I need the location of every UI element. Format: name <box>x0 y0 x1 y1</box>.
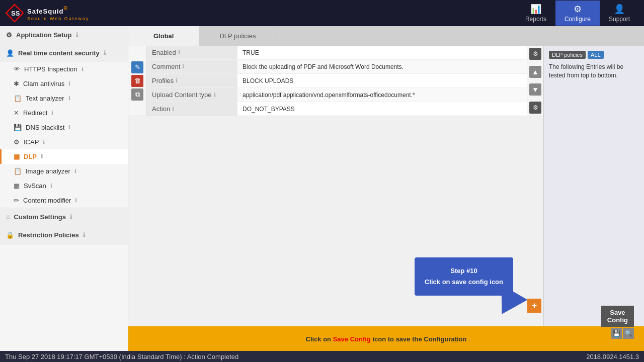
icap-label: ICAP <box>24 138 39 146</box>
row-right-controls: ⚙ ▲ ▼ ⚙ <box>527 46 543 116</box>
move-down-button[interactable]: ▼ <box>529 83 541 96</box>
sidebar-item-svscan[interactable]: ▦ SvScan ℹ <box>0 178 128 193</box>
sidebar-item-image-analyzer[interactable]: 📋 Image analyzer ℹ <box>0 164 128 178</box>
search-icon-button[interactable]: 🔍 <box>623 328 634 339</box>
step-tooltip: Step #10 Click on save config icon <box>415 257 513 296</box>
upload-info-icon: ℹ <box>214 92 216 98</box>
policy-area: ✎ 🗑 ⧉ Enabled ℹ TRUE <box>128 46 644 351</box>
restriction-info-icon: ℹ <box>83 232 85 238</box>
move-up-button[interactable]: ▲ <box>529 66 541 78</box>
header-nav: 📊 Reports ⚙ Configure 👤 Support <box>516 1 639 26</box>
sidebar-item-https[interactable]: 👁 HTTPS Inspection ℹ <box>0 62 128 76</box>
delete-row-button[interactable]: 🗑 <box>131 75 143 87</box>
image-analyzer-icon: 📋 <box>14 167 22 175</box>
all-badge: ALL <box>588 51 604 59</box>
dlp-label: DLP <box>24 153 37 160</box>
image-analyzer-info-icon: ℹ <box>74 168 76 174</box>
field-profiles-value: BLOCK UPLOADS <box>237 74 527 87</box>
dlp-icon: ▦ <box>14 153 20 160</box>
icap-icon: ⚙ <box>14 138 20 146</box>
app-setup-label: Application Setup <box>16 31 72 39</box>
sidebar-item-restriction-policies[interactable]: 🔒 Restriction Policies ℹ <box>0 226 128 244</box>
save-config-line2: Config <box>607 316 628 324</box>
sidebar-item-text-analyzer[interactable]: 📋 Text analyzer ℹ <box>0 91 128 106</box>
sidebar-item-dns-blacklist[interactable]: 💾 DNS blacklist ℹ <box>0 120 128 135</box>
sidebar-item-icap[interactable]: ⚙ ICAP ℹ <box>0 135 128 149</box>
text-analyzer-icon: 📋 <box>14 95 22 102</box>
sidebar-item-realtime-header[interactable]: 👤 Real time content security ℹ <box>0 44 128 62</box>
content-modifier-label: Content modifier <box>23 197 71 204</box>
sidebar-item-clam[interactable]: ✱ Clam antivirus ℹ <box>0 76 128 91</box>
reports-icon: 📊 <box>530 4 541 15</box>
svscan-info-icon: ℹ <box>50 183 52 189</box>
https-info-icon: ℹ <box>82 66 84 72</box>
sidebar-item-custom-settings[interactable]: ≡ Custom Settings ℹ <box>0 208 128 226</box>
restriction-icon: 🔒 <box>6 231 14 239</box>
custom-label: Custom Settings <box>14 213 66 221</box>
sidebar-section-realtime: 👤 Real time content security ℹ 👁 HTTPS I… <box>0 44 128 208</box>
panel-description: The following Entries will be tested fro… <box>549 63 639 80</box>
status-bar: Thu Sep 27 2018 19:17:17 GMT+0530 (India… <box>0 351 644 362</box>
app-setup-info-icon: ℹ <box>76 32 78 38</box>
enabled-info-icon: ℹ <box>178 49 180 56</box>
sidebar-item-dlp[interactable]: ▦ DLP ℹ <box>0 149 128 164</box>
field-profiles-label: Profiles ℹ <box>147 74 237 87</box>
save-config-tooltip-box: Save Config <box>601 306 634 327</box>
step-title: Step #10 <box>425 265 503 277</box>
svscan-label: SvScan <box>24 182 46 190</box>
settings-top-button[interactable]: ⚙ <box>529 48 541 60</box>
dlp-panel-header: DLP policies ALL The following Entries w… <box>549 51 639 80</box>
sidebar-item-content-modifier[interactable]: ✏ Content modifier ℹ <box>0 193 128 208</box>
save-config-banner: Click on Save Config icon to save the Co… <box>128 326 644 351</box>
status-right: 2018.0924.1451.3 <box>586 353 639 360</box>
redirect-info-icon: ℹ <box>51 110 53 116</box>
clam-label: Clam antivirus <box>23 80 64 87</box>
policy-entry-row: ✎ 🗑 ⧉ Enabled ℹ TRUE <box>128 46 543 116</box>
tabs-bar: Global DLP policies <box>128 26 644 46</box>
realtime-label: Real time content security <box>18 49 100 57</box>
dlp-panel-badge: DLP policies <box>549 51 586 59</box>
comment-info-icon: ℹ <box>182 63 184 70</box>
field-action: Action ℹ DO_NOT_BYPASS <box>147 102 527 116</box>
reports-label: Reports <box>525 16 546 23</box>
field-comment-label: Comment ℹ <box>147 60 237 73</box>
settings-bottom-button[interactable]: ⚙ <box>529 102 541 114</box>
svg-text:SS: SS <box>11 10 20 17</box>
content-modifier-icon: ✏ <box>14 197 19 204</box>
empty-area <box>128 116 543 267</box>
nav-configure[interactable]: ⚙ Configure <box>555 1 600 26</box>
https-label: HTTPS Inspection <box>24 65 77 73</box>
right-info-panel: DLP policies ALL The following Entries w… <box>543 46 644 351</box>
app-setup-icon: ⚙ <box>6 31 12 39</box>
https-icon: 👁 <box>14 65 20 73</box>
policy-table: ✎ 🗑 ⧉ Enabled ℹ TRUE <box>128 46 543 351</box>
banner-highlight: Save Config <box>333 335 371 343</box>
policy-fields: Enabled ℹ TRUE Comment ℹ Block the uploa… <box>147 46 527 116</box>
nav-reports[interactable]: 📊 Reports <box>516 1 555 26</box>
nav-support[interactable]: 👤 Support <box>600 1 639 26</box>
save-icon-button[interactable]: 💾 <box>611 328 622 339</box>
field-upload-value: application/pdf application/vnd.openxmlf… <box>237 88 527 102</box>
sidebar-item-redirect[interactable]: ✕ Redirect ℹ <box>0 106 128 120</box>
field-profiles: Profiles ℹ BLOCK UPLOADS <box>147 74 527 88</box>
sidebar-item-app-setup[interactable]: ⚙ Application Setup ℹ <box>0 26 128 44</box>
edit-row-button[interactable]: ✎ <box>131 61 143 73</box>
text-analyzer-label: Text analyzer <box>26 95 64 102</box>
tab-global[interactable]: Global <box>128 26 199 46</box>
dlp-info-icon: ℹ <box>41 153 43 160</box>
sidebar: ⚙ Application Setup ℹ 👤 Real time conten… <box>0 26 128 351</box>
row-icons: ✎ 🗑 ⧉ <box>128 46 147 116</box>
add-entry-button[interactable]: + <box>527 299 541 313</box>
sidebar-section-custom: ≡ Custom Settings ℹ <box>0 208 128 226</box>
support-label: Support <box>609 16 630 23</box>
field-enabled-value: TRUE <box>237 46 527 59</box>
copy-row-button[interactable]: ⧉ <box>131 88 143 101</box>
dns-icon: 💾 <box>14 124 22 131</box>
field-upload-label: Upload Content type ℹ <box>147 88 237 102</box>
sidebar-section-restriction: 🔒 Restriction Policies ℹ <box>0 226 128 244</box>
field-enabled: Enabled ℹ TRUE <box>147 46 527 60</box>
action-info-icon: ℹ <box>172 106 174 112</box>
sidebar-section-app-setup: ⚙ Application Setup ℹ <box>0 26 128 44</box>
field-action-label: Action ℹ <box>147 102 237 116</box>
tab-dlp-policies[interactable]: DLP policies <box>199 26 276 46</box>
